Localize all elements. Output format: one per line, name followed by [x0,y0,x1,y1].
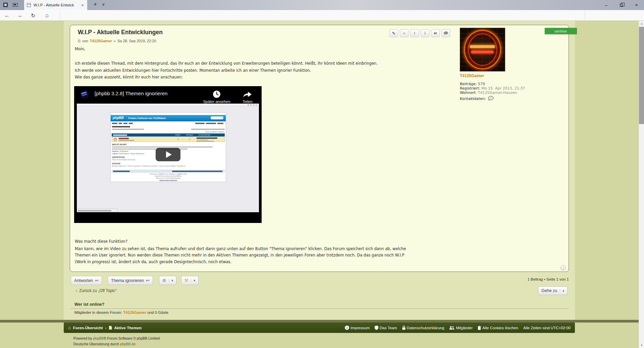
scrollbar-thumb[interactable] [639,27,644,124]
topic-tools-button[interactable]: ⚙ ▾ [159,276,176,285]
moderate-button[interactable]: ⚒ ▾ [181,276,199,285]
mini-translation-line: Deutsche Übersetzung durch phpBB.de [111,175,226,177]
topic-tools-caret-icon[interactable]: ▾ [169,279,173,282]
author-link[interactable]: T4125Gamer [90,39,112,43]
post-info-button[interactable]: i [421,29,429,37]
profile-field-location: Wohnort: T4125Gamer-Hausen [460,91,525,95]
breadcrumb-active-topics-link[interactable]: Aktive Themen [114,326,142,330]
user-avatar [460,28,505,71]
people-icon [449,326,454,330]
browser-window: W.I.P - Aktuelle Entwick × + ∨ – × ← → ↻… [0,0,644,348]
mini-forum-icon [114,138,117,141]
mini-site-title: Privates Testforum von T4125Gamer [128,117,166,119]
mini-stats-heading: STATISTIK [112,163,120,165]
tab-preview-icon[interactable] [13,3,18,7]
post-paragraph-2: Man kann, wie im Video zu sehen ist, das… [75,246,406,265]
mini-table-header: THEMEN BEITRÄGE LETZTER BEITRAG [112,133,225,136]
footer-link-cookies[interactable]: Alle Cookies löschen [478,326,518,330]
whos-online-heading: Wer ist online? [74,302,104,307]
mini-members-line: Mitglieder: T4125Gamer [112,151,128,152]
breadcrumb-forum-index-link[interactable]: Foren-Übersicht [73,326,103,330]
post-title[interactable]: W.I.P - Aktuelle Entwicklungen [78,29,163,36]
delete-post-button[interactable]: × [400,29,409,37]
post-paragraph-2-heading: Was macht diese Funktion? [75,239,127,244]
new-tab-button[interactable]: + [91,1,99,8]
footer-link-impressum[interactable]: iImpressum [345,326,370,330]
window-controls: – × [599,0,644,10]
browser-tab[interactable]: W.I.P - Aktuelle Entwick × [24,0,87,10]
set-tabs-aside-icon[interactable] [3,3,8,7]
restore-icon [620,4,623,7]
window-minimize-button[interactable]: – [599,0,614,10]
ignore-topic-button[interactable]: Thema ignorieren↩ [108,276,153,285]
profile-username-link[interactable]: T4125Gamer [460,73,484,78]
divider [70,308,569,309]
byline-prefix: von [82,39,88,43]
scrollbar-down-arrow[interactable]: ▾ [639,342,644,348]
mini-col-themen: THEMEN [175,134,180,136]
post-action-buttons: ✎ × ! i “ [389,29,450,37]
scrollbar-up-arrow[interactable]: ▴ [639,21,644,26]
youtube-embed[interactable]: [phpbb 3.2.8] Themen ignorieren Später a… [74,86,262,223]
tab-close-icon[interactable]: × [80,3,85,8]
moderate-caret-icon[interactable]: ▾ [191,279,195,282]
page-scrollbar[interactable]: ▴ ▾ [639,21,644,348]
post-page-icon[interactable] [78,39,80,43]
mini-count-themen: 2 [178,138,179,140]
pm-bubble-button[interactable] [441,29,450,37]
reply-button[interactable]: Antworten↩ [71,276,102,285]
refresh-icon[interactable]: ↻ [29,12,38,19]
post-line: Ich werde von aktuellen Entwicklungen hi… [75,67,378,74]
channel-avatar[interactable] [80,90,89,99]
mini-admin-link: Administrations-Bereich [111,180,226,181]
reply-arrow-icon: ↩ [95,278,99,283]
post-line: Man kann, wie im Video zu sehen ist, das… [75,246,406,252]
back-to-forum-link[interactable]: ‹ Zurück zu „Off Topic“ [76,288,116,293]
footer-link-datenschutz[interactable]: Datenschutzerklärung [402,326,444,330]
video-play-button[interactable] [156,148,180,161]
divider [60,11,60,19]
footer-link-das-team[interactable]: Das Team [375,326,397,330]
avatar-neon-text-1 [470,45,495,48]
post-byline: von T4125Gamer » Sa 28. Sep 2019, 22:20 [78,39,156,43]
mini-stats-line: Beiträge insgesamt 2 • Themen insgesamt … [112,165,185,167]
video-title-link[interactable]: [phpbb 3.2.8] Themen ignorieren [95,91,167,96]
phpbb-de-link[interactable]: phpBB.de [120,342,136,346]
report-post-button[interactable]: ! [410,29,419,37]
profile-fields: Beiträge: 579 Registriert: Mo 15. Apr 20… [460,82,525,102]
mini-phpbb-logo: phpBB [113,116,124,120]
breadcrumb-separator: ‹ [105,326,107,330]
video-share-arrow-icon[interactable] [243,91,253,100]
profile-field-contact: Kontaktdaten: [460,96,525,102]
wrench-icon: ⚙ [162,278,166,283]
mini-who-heading: WER IST ONLINE? [112,143,127,146]
tab-list-chevron-icon[interactable]: ∨ [102,2,105,7]
jump-to-caret-icon[interactable]: ▾ [560,289,564,293]
mini-mark-read-link: Foren als gelesen markieren [205,131,224,133]
watch-later-clock-icon[interactable] [212,90,221,100]
home-icon[interactable]: ⌂ [43,12,51,19]
video-share-label[interactable]: Teilen [231,100,264,104]
gavel-icon: ⚒ [184,278,188,283]
footer-link-mitglieder[interactable]: Mitglieder [449,326,473,330]
mini-footer-bar [112,170,225,173]
quote-post-button[interactable]: “ [431,29,440,37]
back-icon[interactable]: ← [3,12,11,19]
online-member-link[interactable]: T4125Gamer [123,310,146,314]
translation-line: Deutsche Übersetzung durch phpBB.de [73,342,136,346]
forward-icon[interactable]: → [15,12,24,19]
window-close-button[interactable]: × [629,0,644,10]
back-to-top-button[interactable]: ↑ [560,265,566,271]
mini-col-beitraege: BEITRÄGE [186,134,193,136]
mini-birthdays-line: Heute hat kein Mitglied Geburtstag. [112,159,136,161]
contact-bubble-icon[interactable] [488,96,494,102]
jump-to-button[interactable]: Gehe zu ▾ [538,286,568,295]
edit-post-button[interactable]: ✎ [389,29,398,37]
forum-page: W.I.P - Aktuelle Entwicklungen von T4125… [0,21,644,348]
window-restore-button[interactable] [614,0,629,10]
phpbb-link[interactable]: phpBB [93,336,104,340]
avatar-neon-text-2 [471,51,493,53]
mini-search-box [211,116,223,119]
post-line: ich erstelle diesen Thread, mit dem Hint… [75,60,378,67]
tab-bar: W.I.P - Aktuelle Entwick × + ∨ – × [0,0,644,10]
